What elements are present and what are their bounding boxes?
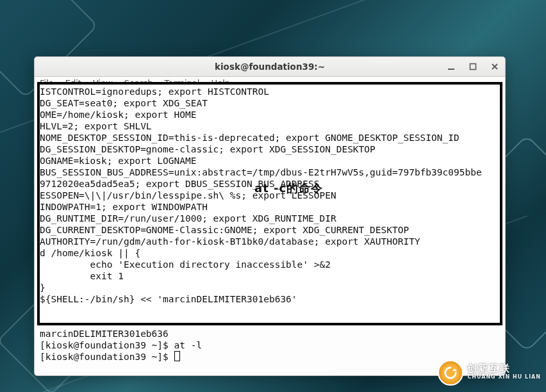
svg-rect-1 [470,64,476,70]
close-icon [491,63,499,70]
minimize-button[interactable] [446,61,456,72]
terminal-window: kiosk@foundation39:~ File Edit View Sear… [34,56,506,376]
close-button[interactable] [490,61,500,72]
watermark-en: CHUANG XIN HU LIAN [467,373,541,382]
minimize-icon [447,63,455,70]
terminal-area[interactable]: ISTCONTROL=ignoredups; export HISTCONTRO… [35,91,505,375]
watermark-logo-icon [438,360,463,386]
svg-rect-0 [448,69,454,70]
terminal-cursor [174,351,180,361]
window-title: kiosk@foundation39:~ [35,61,505,72]
maximize-icon [469,63,477,70]
titlebar[interactable]: kiosk@foundation39:~ [35,57,505,77]
window-controls [446,61,500,72]
maximize-button[interactable] [468,61,478,72]
watermark-cn: 创新互联 [467,364,541,373]
watermark: 创新互联 CHUANG XIN HU LIAN [438,360,541,386]
svg-marker-2 [452,369,457,372]
terminal-output[interactable]: ISTCONTROL=ignoredups; export HISTCONTRO… [37,82,502,374]
